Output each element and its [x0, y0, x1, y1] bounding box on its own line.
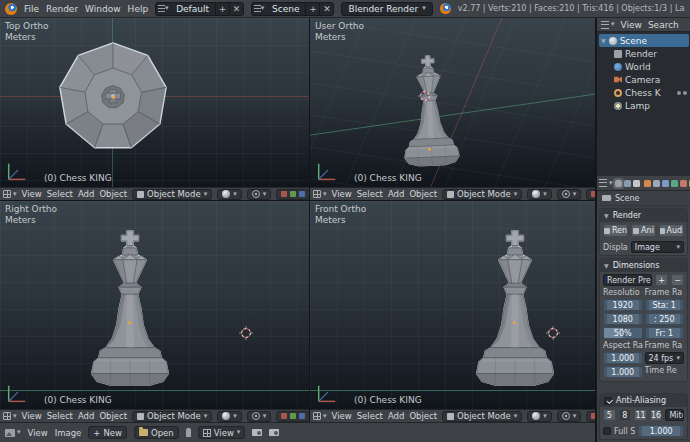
viewport-menu-select[interactable]: Select [47, 411, 73, 421]
fps-select[interactable]: 24 fps▾ [645, 352, 685, 364]
tab-modifiers[interactable] [662, 180, 669, 187]
manipulator-toggles[interactable] [276, 411, 309, 422]
panel-collapse-icon[interactable]: ▼ [604, 262, 609, 269]
filter-size-field[interactable]: 1.000 [638, 425, 684, 437]
close-scene-button[interactable]: ✕ [319, 3, 333, 15]
viewport-menu-view[interactable]: View [332, 189, 352, 199]
scene-name[interactable]: Scene [266, 4, 305, 14]
tree-item-render[interactable]: Render [612, 47, 689, 60]
dimensions-panel-header[interactable]: ▼ Dimensions [600, 259, 687, 272]
viewport-menu-select[interactable]: Select [47, 189, 73, 199]
viewport-menu-object[interactable]: Object [409, 189, 437, 199]
editor-type-button[interactable]: ▾ [313, 190, 327, 198]
editor-type-button[interactable]: ▾ [313, 412, 327, 420]
chess-king-model[interactable] [75, 227, 185, 393]
resolution-y-field[interactable]: 1080 [603, 313, 643, 325]
panel-collapse-icon[interactable]: ▼ [604, 212, 609, 219]
viewport-menu-object[interactable]: Object [99, 411, 127, 421]
menu-window[interactable]: Window [85, 4, 121, 14]
manipulator-toggles[interactable] [586, 411, 595, 422]
mode-select[interactable]: Object Mode▾ [442, 189, 522, 200]
mode-select[interactable]: Object Mode▾ [132, 411, 212, 422]
render-panel-header[interactable]: ▼ Render [600, 209, 687, 222]
aspect-x-field[interactable]: 1.000 [603, 352, 643, 364]
tab-object-data[interactable] [671, 180, 678, 187]
frame-step-field[interactable]: Fr: 1 [645, 327, 685, 339]
mode-select[interactable]: Object Mode▾ [132, 189, 212, 200]
viewport-canvas[interactable]: Top Ortho Meters (0) Chess KING [0, 18, 309, 187]
viewport-menu-add[interactable]: Add [78, 189, 94, 199]
tab-scene[interactable] [633, 180, 640, 187]
pivot-select[interactable]: ▾ [247, 189, 272, 200]
mode-select[interactable]: Object Mode▾ [442, 411, 522, 422]
viewport-menu-select[interactable]: Select [357, 411, 383, 421]
scale-manipulator-icon[interactable] [299, 191, 305, 197]
outliner-menu-view[interactable]: View [621, 20, 642, 30]
antialiasing-checkbox[interactable] [604, 397, 612, 405]
image-view-select[interactable]: View▾ [198, 426, 246, 439]
menu-help[interactable]: Help [128, 4, 149, 14]
render-engine-select[interactable]: Blender Render ▾ [341, 2, 432, 16]
screen-layout-name[interactable]: Default [170, 4, 215, 14]
viewport-menu-view[interactable]: View [332, 411, 352, 421]
viewport-shading-select[interactable]: ▾ [217, 411, 242, 422]
viewport-menu-object[interactable]: Object [409, 411, 437, 421]
animation-button[interactable]: Ani [631, 224, 656, 237]
add-scene-button[interactable]: + [305, 3, 319, 15]
rotate-manipulator-icon[interactable] [290, 191, 296, 197]
manipulator-toggles[interactable] [586, 189, 595, 200]
open-image-button[interactable]: Open [134, 426, 179, 439]
aspect-y-field[interactable]: 1.000 [603, 366, 643, 378]
tree-item-lamp[interactable]: Lamp [612, 99, 689, 112]
translate-manipulator-icon[interactable] [591, 413, 595, 419]
scene-browse-button[interactable]: ▾ [252, 3, 266, 15]
tab-material[interactable] [680, 180, 687, 187]
resolution-percent-slider[interactable]: 50% [603, 327, 643, 339]
manipulator-toggles[interactable] [276, 189, 309, 200]
pivot-select[interactable]: ▾ [557, 189, 582, 200]
tree-item-scene[interactable]: ▼ Scene [599, 34, 689, 47]
aa-filter-select[interactable]: Mitchell▾ [665, 409, 684, 421]
outliner-menu-search[interactable]: Search [648, 20, 679, 30]
image-editor-button[interactable]: ▾ [5, 429, 21, 437]
remove-preset-button[interactable]: − [671, 274, 684, 286]
tree-item-camera[interactable]: Camera [612, 73, 689, 86]
chess-king-model[interactable] [388, 36, 472, 187]
blender-logo-icon[interactable] [5, 3, 17, 15]
viewport-shading-select[interactable]: ▾ [527, 189, 552, 200]
viewport-shading-select[interactable]: ▾ [217, 189, 242, 200]
new-image-button[interactable]: +New [88, 426, 127, 439]
resolution-x-field[interactable]: 1920 [603, 299, 643, 311]
render-button[interactable]: Ren [603, 224, 628, 237]
render-preset-select[interactable]: Render Pre▾ [603, 274, 652, 286]
outliner-editor-button[interactable]: ▾ [601, 21, 615, 29]
editor-type-button[interactable]: ▾ [3, 412, 17, 420]
viewport-menu-add[interactable]: Add [388, 189, 404, 199]
display-select[interactable]: Image▾ [631, 241, 684, 253]
viewport-shading-select[interactable]: ▾ [527, 411, 552, 422]
pivot-select[interactable]: ▾ [557, 411, 582, 422]
tab-constraints[interactable] [653, 180, 660, 187]
editor-type-button[interactable]: ▾ [3, 190, 17, 198]
image-menu-view[interactable]: View [28, 428, 48, 438]
viewport-menu-view[interactable]: View [22, 411, 42, 421]
viewport-canvas[interactable]: Right Ortho Meters (0) Chess KING [0, 201, 309, 409]
menu-render[interactable]: Render [46, 4, 78, 14]
pin-icon[interactable] [186, 428, 191, 437]
translate-manipulator-icon[interactable] [591, 191, 595, 197]
add-layout-button[interactable]: + [215, 3, 229, 15]
pivot-select[interactable]: ▾ [247, 411, 272, 422]
aa-samples-16-button[interactable]: 16 [650, 409, 663, 421]
translate-manipulator-icon[interactable] [281, 413, 287, 419]
close-layout-button[interactable]: ✕ [229, 3, 243, 15]
translate-manipulator-icon[interactable] [281, 191, 287, 197]
properties-editor-button[interactable]: ▾ [599, 179, 613, 187]
aa-samples-8-button[interactable]: 8 [619, 409, 632, 421]
full-sample-checkbox[interactable] [603, 427, 611, 435]
tree-item-world[interactable]: World [612, 60, 689, 73]
expand-icon[interactable]: ▼ [601, 37, 606, 44]
scale-manipulator-icon[interactable] [299, 413, 305, 419]
viewport-menu-add[interactable]: Add [78, 411, 94, 421]
aa-samples-11-button[interactable]: 11 [634, 409, 647, 421]
audio-button[interactable]: Audi [659, 224, 684, 237]
